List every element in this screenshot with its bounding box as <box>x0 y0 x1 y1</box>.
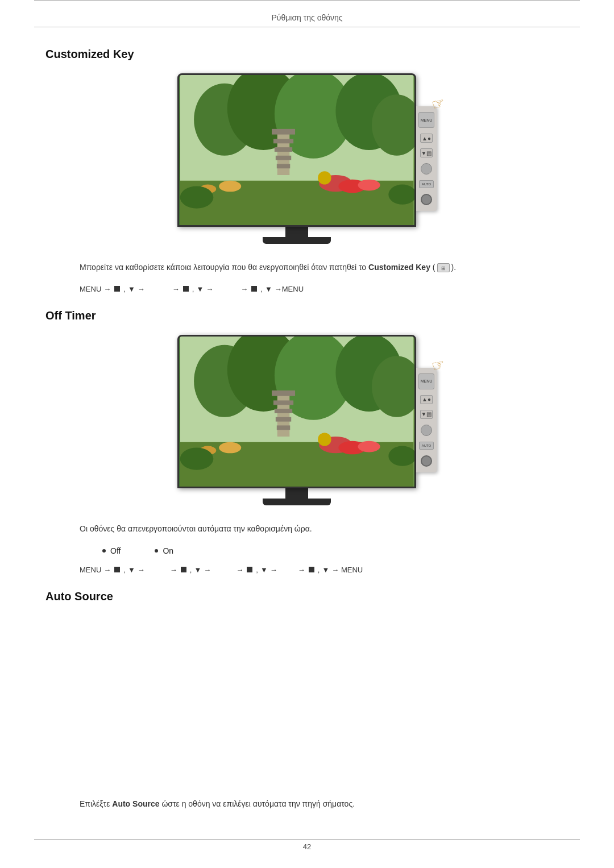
bullet-off-label: Off <box>110 546 121 555</box>
svg-rect-31 <box>276 417 291 422</box>
page-title-bar: Ρύθμιση της οθόνης <box>34 6 580 27</box>
customized-key-image: ☞ MENU ▲● ▼▨ AUTO <box>45 73 569 244</box>
down-button-1[interactable]: ▼▨ <box>420 148 433 157</box>
svg-point-19 <box>180 186 214 209</box>
square-icon-2a <box>114 567 120 572</box>
monitor-body-1 <box>177 73 416 244</box>
side-panel-1: ☞ MENU ▲● ▼▨ AUTO <box>416 106 437 211</box>
stand-neck-2 <box>285 488 308 499</box>
bullet-off: Off <box>102 546 121 555</box>
square-icon-2c <box>247 567 252 572</box>
up-button-2[interactable]: ▲● <box>420 395 433 404</box>
off-timer-menu-nav: MENU → , ▼ → → , ▼ → → , ▼ → → <box>45 566 569 574</box>
auto-source-bold: Auto Source <box>112 799 159 808</box>
monitor-screen-display-1 <box>179 75 414 225</box>
square-icon-1c <box>251 286 257 292</box>
monitor-screen-display-2 <box>179 337 414 487</box>
off-timer-description: Οι οθόνες θα απενεργοποιούνται αυτόματα … <box>45 522 569 536</box>
auto-source-description: Επιλέξτε Auto Source ώστε η οθόνη να επι… <box>45 798 569 811</box>
monitor-screen-body-1 <box>177 73 416 227</box>
off-timer-heading: Off Timer <box>45 309 569 322</box>
auto-source-image-area <box>45 616 569 798</box>
ok-button-1[interactable] <box>421 163 432 175</box>
auto-source-desc-suffix: ώστε η οθόνη να επιλέγει αυτόματα την πη… <box>161 799 355 808</box>
bullet-dot-on <box>155 549 158 553</box>
menu-button-1[interactable]: MENU <box>418 112 434 128</box>
svg-rect-9 <box>275 147 292 152</box>
top-rule <box>34 0 580 6</box>
auto-button-2[interactable]: AUTO <box>419 442 434 450</box>
svg-rect-7 <box>272 129 295 135</box>
svg-point-39 <box>318 433 331 446</box>
customized-key-desc-prefix: Μπορείτε να καθορίσετε κάποια λειτουργία… <box>80 263 368 272</box>
svg-point-18 <box>318 171 331 184</box>
auto-button-1[interactable]: AUTO <box>419 180 434 188</box>
side-panel-2: ☞ MENU ▲● ▼▨ AUTO <box>416 368 437 472</box>
power-button-2[interactable] <box>421 455 432 467</box>
customized-key-description: Μπορείτε να καθορίσετε κάποια λειτουργία… <box>45 261 569 275</box>
customized-key-heading: Customized Key <box>45 48 569 61</box>
ckey-icon: ⊞ <box>437 263 450 272</box>
auto-source-heading: Auto Source <box>45 590 569 603</box>
monitor-outer-2: ☞ MENU ▲● ▼▨ AUTO <box>177 335 437 505</box>
svg-point-40 <box>180 447 214 470</box>
square-icon-2b <box>181 567 186 572</box>
bullet-on: On <box>155 546 173 555</box>
svg-rect-30 <box>275 409 292 413</box>
square-icon-1b <box>183 286 189 292</box>
power-button-1[interactable] <box>421 194 432 205</box>
off-timer-bullet-list: Off On <box>45 546 569 555</box>
monitor-body-2 <box>177 335 416 505</box>
bullet-on-label: On <box>163 546 173 555</box>
stand-neck-1 <box>285 227 308 237</box>
svg-rect-8 <box>273 139 293 143</box>
svg-rect-28 <box>272 391 295 396</box>
off-timer-section: Off Timer <box>45 309 569 574</box>
page-title: Ρύθμιση της οθόνης <box>271 13 342 22</box>
menu-button-2[interactable]: MENU <box>418 373 434 389</box>
svg-rect-32 <box>277 425 290 430</box>
customized-key-desc-icon: (⊞). <box>433 263 456 272</box>
svg-point-37 <box>219 442 241 454</box>
nature-scene-svg-1 <box>179 75 414 225</box>
customized-key-menu-nav: MENU → , ▼ → → , ▼ → → , ▼ →MENU <box>45 285 569 293</box>
stand-base-1 <box>263 237 331 244</box>
bottom-rule <box>34 839 580 840</box>
auto-source-section: Auto Source Επιλέξτε Auto Source ώστε η … <box>45 590 569 811</box>
svg-point-36 <box>358 441 380 452</box>
page-container: Ρύθμιση της οθόνης Customized Key <box>0 0 614 868</box>
customized-key-section: Customized Key <box>45 48 569 293</box>
monitor-screen-body-2 <box>177 335 416 488</box>
monitor-outer-1: ☞ MENU ▲● ▼▨ AUTO <box>177 73 437 244</box>
hand-pointer-icon-1: ☞ <box>429 94 446 114</box>
svg-point-16 <box>219 181 241 192</box>
svg-rect-29 <box>273 400 293 405</box>
svg-rect-10 <box>276 156 291 160</box>
nature-scene-svg-2 <box>179 337 414 487</box>
stand-base-2 <box>263 499 331 505</box>
bullet-dot-off <box>102 549 106 553</box>
content-area: Customized Key <box>0 27 614 859</box>
page-number: 42 <box>303 842 311 851</box>
square-icon-1a <box>114 286 120 292</box>
svg-point-15 <box>358 180 380 191</box>
down-button-2[interactable]: ▼▨ <box>420 410 433 419</box>
hand-pointer-icon-2: ☞ <box>429 355 446 375</box>
square-icon-2d <box>309 567 314 572</box>
off-timer-image: ☞ MENU ▲● ▼▨ AUTO <box>45 335 569 505</box>
auto-source-desc-prefix: Επιλέξτε <box>80 799 112 808</box>
up-button-1[interactable]: ▲● <box>420 134 433 143</box>
ok-button-2[interactable] <box>421 425 432 436</box>
svg-rect-11 <box>277 164 290 168</box>
customized-key-bold: Customized Key <box>368 263 430 272</box>
